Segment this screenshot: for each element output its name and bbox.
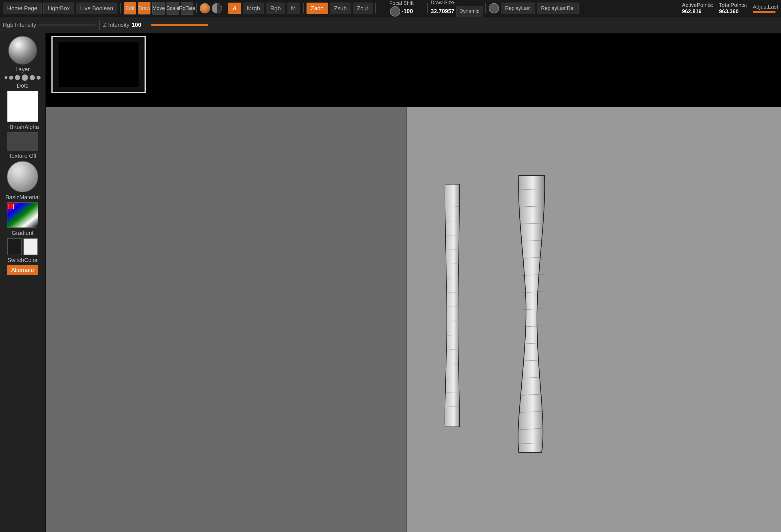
gradient-label: Gradient — [12, 230, 34, 236]
dots-label: Dots — [16, 83, 28, 89]
top-toolbar: Home Page LightBox Live Boolean Edit Dra… — [0, 0, 781, 17]
z-intensity-value: 100 — [132, 22, 149, 28]
draw-size-group: Draw Size 32.70957 Dynamic — [431, 0, 483, 17]
separator-5 — [375, 3, 376, 13]
stats-group: ActivePoints: 962,816 TotalPoints: 963,3… — [682, 2, 778, 14]
z-intensity-slider[interactable] — [151, 24, 208, 26]
second-toolbar: Rgb Intensity Z Intensity 100 — [0, 17, 781, 33]
zsub-button[interactable]: Zsub — [330, 3, 351, 14]
adjust-last-label: AdjustLast — [753, 4, 778, 10]
lightbox-preview — [51, 36, 146, 93]
replay-last-button[interactable]: ReplayLast — [501, 3, 535, 14]
rotate-button[interactable]: RoTate — [181, 2, 193, 14]
m-button[interactable]: M — [287, 3, 300, 14]
sculpt-rod-right — [502, 112, 582, 519]
zcut-button[interactable]: Zcut — [353, 3, 372, 14]
edit-icon: Edit — [126, 5, 134, 11]
dot-1 — [5, 76, 7, 79]
dynamic-button[interactable]: Dynamic — [456, 6, 483, 17]
total-points-group: TotalPoints: 963,360 — [719, 2, 747, 14]
dot-5 — [30, 75, 35, 80]
brush-alpha-label: ~BrushAlpha — [6, 124, 39, 130]
layer-label: Layer — [15, 66, 30, 73]
alternate-button[interactable]: Alternate — [7, 265, 38, 275]
total-points-label: TotalPoints: — [719, 2, 747, 8]
dot-6 — [37, 76, 41, 80]
zadd-button[interactable]: Zadd — [306, 3, 328, 14]
separator-4 — [303, 3, 304, 13]
adjust-last-bar — [753, 11, 776, 13]
replay-group: ReplayLast — [489, 3, 535, 14]
separator-6 — [427, 3, 428, 13]
color-box-white[interactable] — [23, 238, 38, 255]
separator-2 — [196, 3, 197, 13]
focal-shift-value: -100 — [401, 8, 413, 14]
main-area: Layer Dots ~BrushAlpha Texture Off Basic… — [0, 33, 781, 532]
separator-7 — [485, 3, 486, 13]
draw-button[interactable]: Draw — [138, 2, 151, 14]
draw-size-value: 32.70957 — [431, 8, 454, 14]
adjust-last-group: AdjustLast — [753, 4, 778, 13]
rgb-intensity-label: Rgb Intensity — [3, 22, 36, 28]
sculpt-rod-left — [428, 116, 485, 498]
material-sphere-icon[interactable] — [212, 3, 222, 13]
dot-3 — [15, 75, 20, 80]
replay-last-rel-button[interactable]: ReplayLastRel — [537, 3, 579, 14]
focal-shift-group: Focal Shift -100 — [379, 0, 424, 16]
color-box-black[interactable] — [7, 238, 22, 255]
basic-material-label: BasicMaterial — [5, 194, 40, 201]
live-boolean-button[interactable]: Live Boolean — [76, 3, 117, 14]
edit-button[interactable]: Edit — [124, 2, 136, 14]
switch-colors-row — [7, 238, 38, 255]
brush-sphere-icon[interactable] — [200, 3, 210, 13]
active-points-label: ActivePoints: — [682, 2, 713, 8]
separator-3 — [225, 3, 225, 13]
canvas-area[interactable] — [46, 33, 781, 532]
move-button[interactable]: Move — [152, 2, 165, 14]
z-intensity-label: Z Intensity — [103, 22, 129, 28]
focal-shift-knob[interactable] — [390, 6, 400, 16]
active-points-group: ActivePoints: 962,816 — [682, 2, 713, 14]
lightbox-inner — [58, 42, 138, 87]
texture-off-label: Texture Off — [9, 153, 36, 159]
active-points-value: 962,816 — [682, 8, 702, 14]
texture-preview[interactable] — [7, 132, 38, 151]
move-icon: Move — [152, 5, 165, 11]
second-sep — [99, 20, 100, 30]
brush-preview[interactable] — [8, 36, 37, 64]
a-button[interactable]: A — [228, 3, 241, 14]
dot-4 — [22, 75, 28, 81]
draw-icon: Draw — [138, 5, 150, 11]
canvas-left-half — [46, 107, 406, 532]
brush-alpha-preview[interactable] — [7, 91, 38, 122]
rgb-intensity-slider[interactable] — [39, 24, 96, 26]
canvas-divider — [406, 107, 407, 532]
lightbox-button[interactable]: LightBox — [43, 3, 74, 14]
material-preview[interactable] — [7, 161, 38, 192]
dot-2 — [9, 76, 13, 80]
draw-size-label: Draw Size — [431, 0, 483, 6]
home-page-button[interactable]: Home Page — [3, 3, 42, 14]
rgb-button[interactable]: Rgb — [266, 3, 285, 14]
sculpt-canvas[interactable] — [46, 107, 781, 532]
focal-shift-label: Focal Shift — [389, 0, 414, 6]
mrgb-button[interactable]: Mrgb — [243, 3, 264, 14]
replay-knob[interactable] — [489, 3, 499, 13]
gradient-preview[interactable] — [7, 202, 38, 228]
total-points-value: 963,360 — [719, 8, 739, 14]
rotate-icon: RoTate — [179, 5, 195, 11]
scale-button[interactable]: Scale — [167, 2, 179, 14]
separator-1 — [120, 3, 121, 13]
dots-row — [5, 75, 41, 81]
switch-color-label: SwitchColor — [7, 257, 38, 263]
left-panel: Layer Dots ~BrushAlpha Texture Off Basic… — [0, 33, 46, 532]
scale-icon: Scale — [167, 5, 179, 11]
